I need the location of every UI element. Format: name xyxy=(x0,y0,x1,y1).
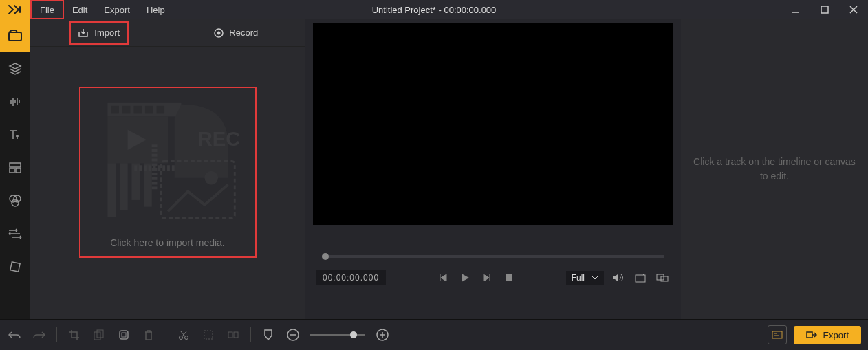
tool-transitions[interactable] xyxy=(0,217,30,250)
undo-button[interactable] xyxy=(7,330,22,340)
playhead-icon xyxy=(261,329,276,341)
svg-rect-19 xyxy=(107,163,116,217)
fit-label: Full xyxy=(572,273,585,283)
tool-split[interactable] xyxy=(0,151,30,184)
app-logo xyxy=(0,0,30,19)
play-button[interactable] xyxy=(457,270,473,285)
svg-point-10 xyxy=(217,31,221,34)
duplicate-button[interactable] xyxy=(91,329,107,340)
svg-rect-2 xyxy=(9,32,21,41)
tool-elements[interactable] xyxy=(0,250,30,283)
zoom-in-button[interactable] xyxy=(375,329,390,341)
menu-export[interactable]: Export xyxy=(96,0,138,19)
dropzone-text: Click here to import media. xyxy=(110,237,225,248)
split-button[interactable] xyxy=(201,330,216,340)
svg-rect-36 xyxy=(228,332,232,338)
tab-import[interactable]: Import xyxy=(30,19,168,46)
svg-rect-31 xyxy=(120,331,128,339)
redo-button[interactable] xyxy=(32,330,47,340)
media-tabs: Import Record xyxy=(30,19,305,47)
volume-button[interactable] xyxy=(611,270,626,285)
tool-audio[interactable] xyxy=(0,85,30,118)
zoom-slider[interactable] xyxy=(310,334,365,336)
tab-record-label: Record xyxy=(229,28,258,38)
export-label: Export xyxy=(823,330,849,340)
svg-point-33 xyxy=(180,336,183,340)
svg-point-24 xyxy=(204,171,217,184)
fit-select[interactable]: Full xyxy=(566,271,604,285)
svg-rect-1 xyxy=(821,6,828,13)
import-icon xyxy=(78,28,89,38)
fullscreen-button[interactable] xyxy=(655,270,670,285)
menu-file[interactable]: File xyxy=(30,0,64,19)
tool-filters[interactable] xyxy=(0,184,30,217)
delete-button[interactable] xyxy=(141,329,156,340)
tool-text[interactable] xyxy=(0,118,30,151)
tool-sidebar xyxy=(0,19,30,319)
bottom-toolbar: Export xyxy=(0,319,868,350)
minimize-button[interactable] xyxy=(781,0,810,19)
tab-import-label: Import xyxy=(94,28,120,38)
menu-bar: File Edit Export Help xyxy=(30,0,173,19)
prev-frame-button[interactable] xyxy=(435,270,451,285)
dropzone-art: REC xyxy=(94,94,241,229)
stop-button[interactable] xyxy=(501,270,517,285)
svg-rect-13 xyxy=(122,106,130,114)
export-settings-button[interactable] xyxy=(768,325,787,344)
import-dropzone[interactable]: REC Click here to import media. xyxy=(79,87,257,258)
menu-help[interactable]: Help xyxy=(138,0,173,19)
preview-panel: 00:00:00.000 Full xyxy=(305,19,681,319)
svg-rect-4 xyxy=(10,168,14,173)
marker-button[interactable] xyxy=(226,330,241,340)
svg-rect-14 xyxy=(133,106,142,114)
svg-rect-43 xyxy=(772,331,782,338)
scrub-bar[interactable] xyxy=(322,255,664,258)
next-frame-button[interactable] xyxy=(479,270,495,285)
svg-rect-35 xyxy=(204,331,213,339)
svg-rect-37 xyxy=(234,332,238,338)
properties-panel: Click a track on the timeline or canvas … xyxy=(681,19,868,319)
svg-rect-5 xyxy=(16,168,21,173)
svg-rect-12 xyxy=(111,106,119,114)
tool-media[interactable] xyxy=(0,19,30,52)
window-title: Untitled Project* - 00:00:00.000 xyxy=(372,5,497,15)
tab-record[interactable]: Record xyxy=(168,19,305,46)
crop-button[interactable] xyxy=(67,329,82,340)
main-area: Import Record REC xyxy=(0,19,868,319)
tool-layers[interactable] xyxy=(0,52,30,85)
svg-rect-20 xyxy=(119,163,127,210)
svg-rect-3 xyxy=(10,163,21,167)
record-icon xyxy=(214,28,224,38)
playback-controls: 00:00:00.000 Full xyxy=(316,270,670,285)
export-icon xyxy=(806,330,817,340)
media-panel: Import Record REC xyxy=(30,19,305,319)
svg-point-8 xyxy=(12,199,19,206)
svg-rect-26 xyxy=(636,275,645,282)
cut-button[interactable] xyxy=(176,329,191,340)
group-button[interactable] xyxy=(116,329,131,340)
timecode: 00:00:00.000 xyxy=(316,270,386,285)
snapshot-button[interactable] xyxy=(633,270,648,285)
svg-rect-32 xyxy=(122,333,126,337)
svg-rect-27 xyxy=(657,274,664,280)
svg-text:REC: REC xyxy=(197,128,240,150)
menu-edit[interactable]: Edit xyxy=(64,0,96,19)
close-button[interactable] xyxy=(839,0,868,19)
zoom-out-button[interactable] xyxy=(285,329,301,341)
window-buttons xyxy=(781,0,868,19)
svg-point-34 xyxy=(185,336,188,340)
svg-rect-15 xyxy=(144,106,153,114)
properties-hint: Click a track on the timeline or canvas … xyxy=(693,155,856,184)
chevron-down-icon xyxy=(592,276,598,280)
export-button[interactable]: Export xyxy=(794,326,861,344)
preview-canvas[interactable] xyxy=(313,23,673,225)
svg-rect-16 xyxy=(156,106,164,114)
svg-point-7 xyxy=(14,195,21,202)
maximize-button[interactable] xyxy=(810,0,839,19)
svg-rect-25 xyxy=(506,274,512,281)
titlebar: File Edit Export Help Untitled Project* … xyxy=(0,0,868,19)
svg-rect-28 xyxy=(661,276,668,281)
